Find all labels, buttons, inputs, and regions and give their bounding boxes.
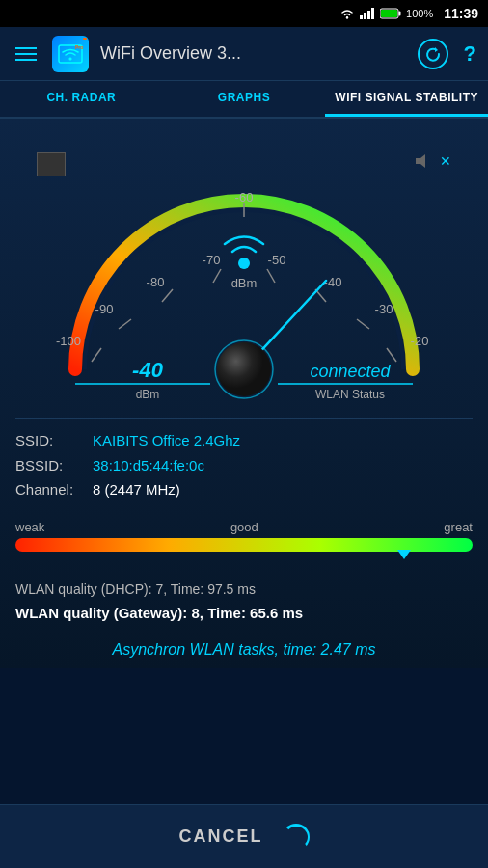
svg-text:-90: -90 <box>95 302 114 316</box>
svg-line-27 <box>357 319 369 329</box>
nav-tabs: CH. RADAR GRAPHS WIFI SIGNAL STABILITY <box>0 81 488 119</box>
channel-value: 8 (2447 MHz) <box>93 477 180 502</box>
svg-rect-2 <box>364 13 366 19</box>
channel-label: Channel: <box>15 477 85 502</box>
svg-text:-100: -100 <box>56 334 81 348</box>
ssid-row: SSID: KAIBITS Office 2.4Ghz <box>15 428 473 453</box>
svg-line-17 <box>162 289 173 302</box>
signal-icon <box>360 8 375 19</box>
cancel-button[interactable]: CANCEL <box>179 827 263 847</box>
quality-metrics: WLAN quality (DHCP): 7, Time: 97.5 ms WL… <box>0 563 488 626</box>
quality-bar-track <box>15 538 473 552</box>
svg-point-31 <box>238 258 250 269</box>
gauge-svg: -100 -90 -80 -70 -60 -50 -40 <box>22 138 466 408</box>
svg-text:-40: -40 <box>132 358 164 382</box>
svg-text:connected: connected <box>310 362 391 381</box>
svg-text:-50: -50 <box>268 253 286 267</box>
svg-text:-40: -40 <box>324 275 342 289</box>
quality-bar-section: weak good great <box>0 508 488 563</box>
wifi-status-icon <box>339 8 355 19</box>
svg-rect-7 <box>381 10 397 17</box>
app-icon: Pro <box>52 36 89 72</box>
channel-row: Channel: 8 (2447 MHz) <box>15 477 473 502</box>
svg-marker-11 <box>435 47 438 52</box>
svg-rect-4 <box>371 8 374 19</box>
quality-labels: weak good great <box>15 520 473 534</box>
svg-rect-3 <box>367 11 370 19</box>
gauge-container: ✕ <box>0 119 488 418</box>
svg-line-29 <box>387 348 396 362</box>
bssid-value: 38:10:d5:44:fe:0c <box>93 453 204 478</box>
time-display: 11:39 <box>444 6 478 21</box>
ssid-label: SSID: <box>15 428 85 453</box>
status-bar: 100% 11:39 <box>0 0 488 27</box>
tab-wifi-signal[interactable]: WIFI SIGNAL STABILITY <box>325 81 488 117</box>
async-text: Asynchron WLAN tasks, time: 2.47 ms <box>0 626 488 668</box>
svg-rect-6 <box>399 12 401 16</box>
network-info: SSID: KAIBITS Office 2.4Ghz BSSID: 38:10… <box>0 419 488 508</box>
svg-line-15 <box>119 319 131 329</box>
cancel-bar: CANCEL <box>0 804 488 868</box>
top-bar-actions: ? <box>418 39 476 69</box>
svg-text:-60: -60 <box>235 190 254 204</box>
svg-line-19 <box>213 269 221 283</box>
status-icons: 100% 11:39 <box>339 6 478 21</box>
dhcp-metric: WLAN quality (DHCP): 7, Time: 97.5 ms <box>15 579 473 602</box>
help-button[interactable]: ? <box>464 41 476 67</box>
svg-text:-30: -30 <box>375 302 393 316</box>
ssid-value: KAIBITS Office 2.4Ghz <box>93 428 240 453</box>
svg-point-9 <box>69 57 72 60</box>
svg-line-13 <box>92 348 101 362</box>
svg-text:WLAN Status: WLAN Status <box>315 388 385 401</box>
svg-text:dBm: dBm <box>231 276 258 290</box>
bssid-row: BSSID: 38:10:d5:44:fe:0c <box>15 453 473 478</box>
good-label: good <box>230 520 258 534</box>
svg-text:-20: -20 <box>411 334 429 348</box>
bssid-label: BSSID: <box>15 453 85 478</box>
svg-text:dBm: dBm <box>136 388 160 401</box>
quality-indicator <box>397 550 411 559</box>
svg-text:Pro: Pro <box>75 44 83 50</box>
svg-point-34 <box>217 342 271 396</box>
great-label: great <box>444 520 473 534</box>
tab-graphs[interactable]: GRAPHS <box>163 81 326 117</box>
battery-text: 100% <box>406 8 433 19</box>
weak-label: weak <box>15 520 44 534</box>
tab-ch-radar[interactable]: CH. RADAR <box>0 81 163 117</box>
gateway-metric: WLAN quality (Gateway): 8, Time: 65.6 ms <box>15 601 473 626</box>
svg-line-23 <box>267 269 275 283</box>
svg-rect-1 <box>360 15 363 19</box>
hamburger-menu[interactable] <box>12 43 41 65</box>
battery-icon <box>380 8 401 19</box>
top-bar: Pro WiFi Overview 3... ? <box>0 27 488 81</box>
loading-spinner <box>283 824 310 851</box>
svg-text:-70: -70 <box>203 253 221 267</box>
refresh-button[interactable] <box>418 39 448 69</box>
main-content: ✕ <box>0 119 488 668</box>
svg-point-0 <box>346 16 348 18</box>
app-title: WiFi Overview 3... <box>100 43 406 64</box>
svg-text:-80: -80 <box>147 275 165 289</box>
gauge-canvas: ✕ <box>22 138 466 408</box>
